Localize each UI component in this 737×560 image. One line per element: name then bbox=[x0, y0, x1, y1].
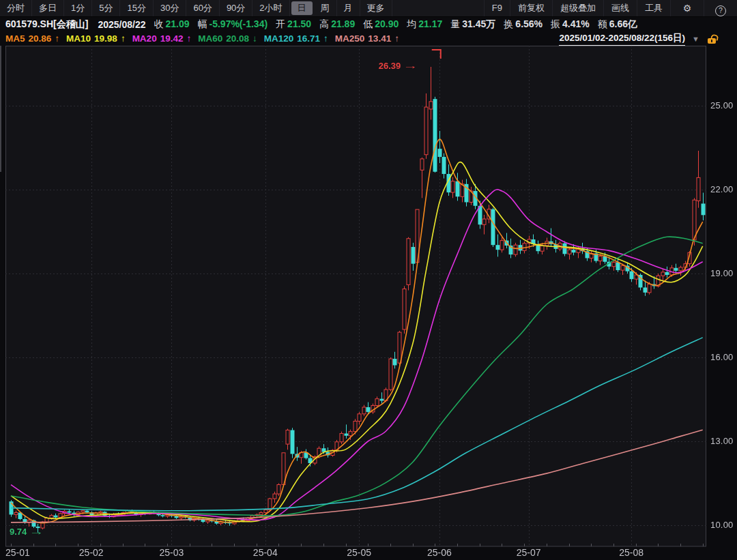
toolbar-button-3[interactable]: 画线 bbox=[603, 0, 637, 16]
ma-indicator-bar: MA520.86↑MA1019.98↑MA2019.42↑MA6020.08↓M… bbox=[0, 31, 737, 46]
ma-name: MA250 bbox=[335, 33, 365, 44]
stock-chart-app: 分时多日1分5分15分30分60分90分2小时日周月更多 F9前复权超级叠加画线… bbox=[0, 0, 737, 560]
gear-icon[interactable]: ⚙ bbox=[670, 0, 704, 16]
ma-name: MA20 bbox=[132, 33, 157, 44]
trend-arrow-icon: ↑ bbox=[186, 33, 191, 44]
toolbar-right-group: F9前复权超级叠加画线工具⚙? bbox=[484, 0, 737, 16]
date-range-selector[interactable]: 2025/01/02-2025/08/22(156日) bbox=[559, 32, 685, 46]
x-axis-label: 25-01 bbox=[5, 547, 30, 558]
quote-field-value: 31.45万 bbox=[462, 18, 495, 29]
quote-field-value: 21.17 bbox=[418, 18, 442, 29]
period-tab-2[interactable]: 1分 bbox=[64, 0, 92, 16]
open-padlock-icon[interactable] bbox=[708, 34, 717, 44]
period-tab-12[interactable]: 更多 bbox=[360, 0, 392, 16]
ma-value: 20.08 bbox=[226, 33, 249, 44]
quote-field-收: 收21.09 bbox=[154, 18, 189, 31]
right-arrow-icon: → bbox=[29, 527, 44, 537]
trend-arrow-icon: ↑ bbox=[394, 33, 399, 44]
period-tab-3[interactable]: 5分 bbox=[92, 0, 120, 16]
ma-item-ma120: MA12016.71↑ bbox=[264, 33, 328, 44]
x-axis-label: 25-03 bbox=[160, 547, 184, 558]
period-tab-9[interactable]: 日 bbox=[291, 1, 313, 15]
period-tab-1[interactable]: 多日 bbox=[32, 0, 64, 16]
x-axis-label: 25-06 bbox=[427, 547, 452, 558]
y-axis-label: 13.00 bbox=[710, 436, 734, 446]
ma-item-ma5: MA520.86↑ bbox=[5, 33, 59, 44]
quote-field-value: 6.66亿 bbox=[609, 18, 637, 29]
period-tab-4[interactable]: 15分 bbox=[120, 0, 153, 16]
toolbar-button-0[interactable]: F9 bbox=[484, 0, 510, 16]
toolbar-button-2[interactable]: 超级叠加 bbox=[552, 0, 603, 16]
quote-field-value: 21.50 bbox=[287, 18, 311, 29]
quote-field-均: 均21.17 bbox=[407, 18, 442, 31]
help-question-glyph: ? bbox=[715, 5, 726, 16]
low-price-label: 9.74 bbox=[10, 527, 27, 537]
stock-symbol: 601579.SH[会稽山] bbox=[5, 18, 88, 31]
ma-value: 20.86 bbox=[29, 33, 52, 44]
quote-field-label: 量 bbox=[450, 18, 460, 29]
quote-field-label: 均 bbox=[407, 18, 416, 29]
ma-value: 19.42 bbox=[160, 33, 184, 44]
period-toolbar: 分时多日1分5分15分30分60分90分2小时日周月更多 F9前复权超级叠加画线… bbox=[0, 0, 737, 17]
quote-field-label: 收 bbox=[154, 18, 163, 29]
quote-field-value: 6.56% bbox=[515, 18, 543, 29]
quote-field-换: 换6.56% bbox=[504, 18, 543, 31]
quote-field-额: 额6.66亿 bbox=[598, 18, 637, 31]
chevron-down-icon[interactable]: ▼ bbox=[692, 35, 699, 43]
quote-field-label: 低 bbox=[363, 18, 373, 29]
ma-value: 19.98 bbox=[94, 33, 117, 44]
quote-field-开: 开21.50 bbox=[276, 18, 311, 31]
ma-name: MA5 bbox=[5, 33, 25, 44]
quote-field-低: 低20.90 bbox=[363, 18, 399, 31]
range-selector-group: 2025/01/02-2025/08/22(156日) ▼ bbox=[559, 32, 717, 46]
quote-field-幅: 幅-5.97%(-1.34) bbox=[198, 18, 268, 31]
x-axis-label: 25-04 bbox=[253, 547, 278, 558]
low-price-annotation: 9.74 → bbox=[10, 527, 38, 537]
right-arrow-icon: → bbox=[403, 61, 418, 71]
quote-field-label: 高 bbox=[319, 18, 329, 29]
x-axis-label: 25-08 bbox=[619, 547, 644, 558]
period-tab-10[interactable]: 周 bbox=[314, 0, 337, 16]
y-axis-label: 10.00 bbox=[710, 520, 734, 530]
quote-field-value: -5.97%(-1.34) bbox=[209, 18, 268, 29]
period-tab-5[interactable]: 30分 bbox=[154, 0, 186, 16]
toolbar-button-1[interactable]: 前复权 bbox=[510, 0, 552, 16]
ma-value: 16.71 bbox=[297, 33, 320, 44]
high-price-label: 26.39 bbox=[379, 61, 401, 71]
period-tabs: 分时多日1分5分15分30分60分90分2小时日周月更多 bbox=[0, 0, 392, 16]
x-axis-label: 25-07 bbox=[517, 547, 541, 558]
period-tab-11[interactable]: 月 bbox=[337, 0, 360, 16]
quote-field-label: 振 bbox=[551, 18, 560, 29]
panel-edge-handle[interactable] bbox=[0, 46, 1, 172]
quote-field-label: 换 bbox=[504, 18, 513, 29]
trend-arrow-icon: ↑ bbox=[55, 33, 59, 44]
trend-arrow-icon: ↓ bbox=[252, 33, 257, 44]
ma-item-ma20: MA2019.42↑ bbox=[132, 33, 192, 44]
quote-field-value: 20.90 bbox=[375, 18, 399, 29]
x-axis-label: 25-05 bbox=[347, 547, 371, 558]
help-icon[interactable]: ? bbox=[704, 0, 737, 16]
quote-fields: 收21.09幅-5.97%(-1.34)开21.50高21.89低20.90均2… bbox=[154, 18, 646, 31]
kline-chart-canvas[interactable] bbox=[0, 46, 737, 560]
period-tab-7[interactable]: 90分 bbox=[220, 0, 252, 16]
ma-name: MA60 bbox=[198, 33, 222, 44]
quote-field-量: 量31.45万 bbox=[450, 18, 495, 31]
x-axis-label: 25-02 bbox=[79, 547, 104, 558]
y-axis-label: 22.00 bbox=[710, 184, 734, 194]
quote-field-振: 振4.41% bbox=[551, 18, 590, 31]
quote-field-value: 4.41% bbox=[562, 18, 590, 29]
quote-field-value: 21.09 bbox=[165, 18, 189, 29]
period-tab-0[interactable]: 分时 bbox=[0, 0, 32, 16]
ma-value: 13.41 bbox=[368, 33, 391, 44]
quote-bar: 601579.SH[会稽山] 2025/08/22 收21.09幅-5.97%(… bbox=[0, 17, 737, 31]
trend-arrow-icon: ↑ bbox=[121, 33, 126, 44]
ma-name: MA10 bbox=[66, 33, 91, 44]
toolbar-button-4[interactable]: 工具 bbox=[637, 0, 670, 16]
quote-field-value: 21.89 bbox=[331, 18, 355, 29]
period-tab-6[interactable]: 60分 bbox=[186, 0, 219, 16]
quote-field-label: 幅 bbox=[198, 18, 207, 29]
ma-items: MA520.86↑MA1019.98↑MA2019.42↑MA6020.08↓M… bbox=[5, 33, 406, 44]
y-axis-label: 19.00 bbox=[710, 268, 734, 278]
high-price-annotation: 26.39 → bbox=[379, 61, 412, 71]
period-tab-8[interactable]: 2小时 bbox=[252, 0, 289, 16]
